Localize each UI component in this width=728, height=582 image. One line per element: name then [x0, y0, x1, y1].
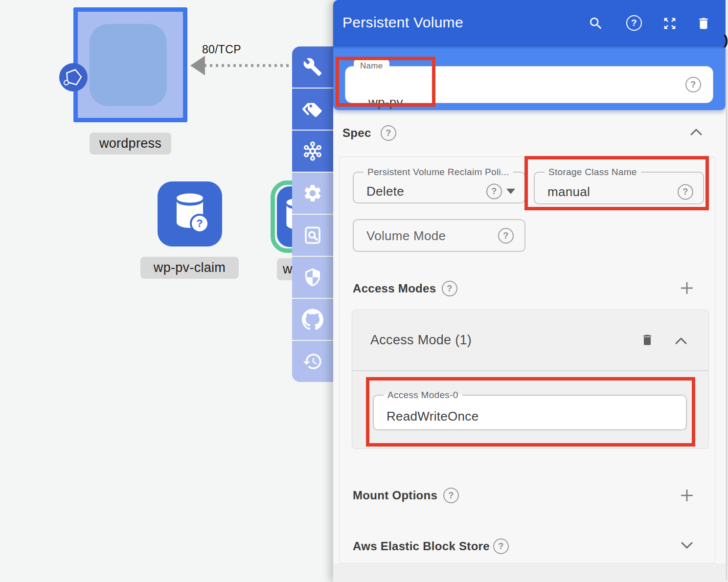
name-help-icon[interactable]: ?: [685, 77, 701, 92]
name-input-value: wp-pv: [368, 95, 403, 110]
pod-pentagon-icon: [59, 63, 88, 91]
delete-access-mode-icon[interactable]: [640, 333, 654, 347]
aws-ebs-help-icon[interactable]: ?: [493, 538, 509, 554]
network-hub-tool-button[interactable]: [292, 131, 333, 172]
wrench-tool-button[interactable]: [292, 46, 333, 88]
reclaim-policy-label: Persistent Volume Reclaim Poli...: [364, 167, 513, 178]
node-wordpress[interactable]: [73, 7, 187, 122]
edge-arrowhead-icon: [190, 56, 205, 75]
access-mode-card-title: Access Mode (1): [370, 333, 472, 348]
clipped-canvas-glyph: ): [724, 32, 728, 48]
spec-container: Persistent Volume Reclaim Poli... Delete…: [339, 157, 715, 563]
mount-options-help-icon[interactable]: ?: [443, 488, 459, 503]
name-input[interactable]: wp-pv ?: [345, 66, 713, 103]
scrollbar[interactable]: [726, 49, 727, 580]
mount-options-heading: Mount Options: [353, 489, 437, 502]
access-modes-0-value: ReadWriteOnce: [387, 408, 478, 424]
expand-icon[interactable]: [661, 15, 678, 32]
storage-class-help-icon[interactable]: ?: [678, 184, 693, 200]
question-badge-icon: ?: [190, 214, 209, 233]
edge-port-label: 80/TCP: [202, 43, 241, 56]
find-in-page-icon: [302, 225, 323, 246]
storage-class-name-input[interactable]: Storage Class Name manual ?: [534, 167, 704, 204]
panel-title: Persistent Volume: [342, 14, 463, 31]
storage-class-name-label: Storage Class Name: [545, 167, 641, 178]
spec-help-icon[interactable]: ?: [381, 125, 396, 141]
name-section: Name wp-pv ?: [333, 46, 726, 110]
wrench-icon: [303, 57, 322, 77]
name-field-label: Name: [354, 59, 389, 73]
github-tool-button[interactable]: [292, 299, 333, 340]
aws-ebs-expand-chevron-down-icon[interactable]: [680, 540, 694, 550]
add-access-mode-icon[interactable]: [679, 280, 695, 296]
access-mode-card: Access Mode (1) Access Modes-0 ReadWrite…: [352, 310, 709, 449]
inspect-tool-button[interactable]: [292, 215, 333, 256]
volume-mode-input[interactable]: Volume Mode ?: [353, 219, 525, 252]
panel-bottom-strip: [333, 563, 726, 582]
persistent-volume-panel: Persistent Volume ? Name wp-pv: [333, 0, 726, 582]
access-modes-0-label: Access Modes-0: [384, 390, 462, 401]
access-mode-collapse-chevron-up-icon[interactable]: [674, 336, 688, 346]
node-label-wordpress: wordpress: [90, 133, 171, 155]
gear-icon: [302, 183, 323, 203]
search-icon[interactable]: [588, 15, 604, 32]
node-wp-pv-claim[interactable]: ?: [158, 181, 222, 246]
labels-tool-button[interactable]: [292, 89, 333, 130]
delete-resource-icon[interactable]: [695, 15, 712, 32]
history-icon: [302, 351, 323, 372]
aws-ebs-heading: Aws Elastic Block Store: [353, 539, 490, 553]
storage-class-name-value: manual: [547, 184, 590, 199]
github-icon: [302, 309, 323, 330]
tag-icon: [302, 99, 323, 119]
shield-icon: [303, 268, 322, 287]
reclaim-policy-value: Delete: [366, 183, 404, 199]
security-tool-button[interactable]: [292, 257, 333, 298]
app-window: wordpress 80/TCP w ? wp-pv-claim: [0, 0, 728, 582]
volume-mode-label: Volume Mode: [366, 228, 446, 243]
dropdown-arrow-icon: [506, 188, 515, 194]
volume-mode-help-icon[interactable]: ?: [498, 228, 514, 244]
access-modes-0-input[interactable]: Access Modes-0 ReadWriteOnce: [373, 390, 687, 430]
help-icon[interactable]: ?: [626, 15, 642, 31]
access-modes-heading: Access Modes: [353, 282, 436, 295]
edge-dotted-line: [204, 64, 294, 67]
node-wordpress-inner: [90, 24, 167, 106]
panel-header: Persistent Volume ?: [333, 0, 726, 46]
access-modes-help-icon[interactable]: ?: [442, 281, 457, 296]
history-tool-button[interactable]: [292, 341, 333, 382]
settings-tool-button[interactable]: [292, 173, 333, 214]
node-label-wp-pv-claim: wp-pv-claim: [140, 257, 239, 279]
add-mount-option-icon[interactable]: [679, 488, 695, 503]
card-divider: [352, 370, 708, 371]
spec-collapse-chevron-up-icon[interactable]: [689, 127, 703, 137]
reclaim-policy-help-icon[interactable]: ?: [486, 183, 502, 199]
spec-heading: Spec: [342, 126, 371, 140]
hub-icon: [302, 140, 323, 162]
reclaim-policy-select[interactable]: Persistent Volume Reclaim Poli... Delete…: [353, 167, 525, 203]
